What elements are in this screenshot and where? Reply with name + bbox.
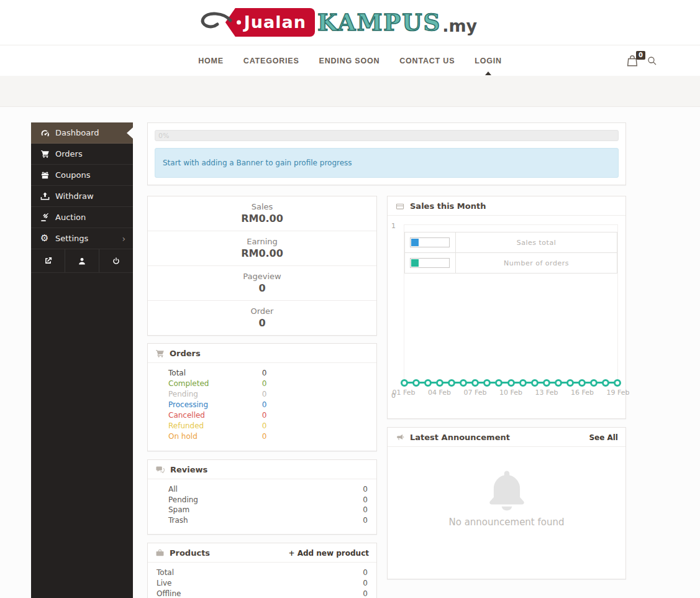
order-status-row: Processing 0 <box>168 400 369 410</box>
x-axis-label: 16 Feb <box>571 389 594 397</box>
order-status-link[interactable]: Cancelled <box>168 410 260 421</box>
chart-data-point <box>483 379 491 387</box>
product-status-link[interactable]: Live <box>157 579 172 587</box>
order-status-count: 0 <box>262 411 267 420</box>
chart-data-point <box>471 379 479 387</box>
power-icon <box>112 257 120 265</box>
review-status-row: Pending 0 <box>168 495 368 505</box>
order-status-link[interactable]: On hold <box>168 431 260 442</box>
site-header: Jualan KAMPUS .my <box>0 0 700 45</box>
review-status-count: 0 <box>363 484 368 495</box>
sidebar-item-label: Auction <box>55 213 86 222</box>
chart-data-point <box>448 379 455 387</box>
nav-item-contact-us[interactable]: CONTACT US <box>399 57 455 65</box>
widget-title: Latest Announcement <box>410 433 510 442</box>
chart-data-point <box>578 379 586 387</box>
order-status-link[interactable]: Processing <box>168 400 260 410</box>
chart-data-point <box>531 379 539 387</box>
chart-data-point <box>507 379 515 387</box>
cart-button[interactable]: 0 <box>625 54 639 68</box>
order-status-count: 0 <box>262 379 267 388</box>
stat-row: Pageview 0 <box>148 266 376 301</box>
logo-jualan-tag: Jualan <box>225 8 315 37</box>
widget-title: Orders <box>170 349 201 358</box>
chevron-right-icon: › <box>122 234 125 243</box>
order-status-link[interactable]: Pending <box>168 389 260 400</box>
orders-widget: Orders Total 0 Completed 0 Pending <box>147 343 377 451</box>
chart-x-ticks: 01 Feb04 Feb07 Feb10 Feb13 Feb16 Feb19 F… <box>404 389 618 397</box>
add-new-product-button[interactable]: + Add new product <box>288 549 369 558</box>
chart-data-point <box>555 379 562 387</box>
search-button[interactable] <box>647 55 658 67</box>
nav-item-login[interactable]: LOGIN <box>475 57 502 65</box>
review-status-link[interactable]: All <box>168 485 178 494</box>
chart-data-point <box>412 379 420 387</box>
visit-store-button[interactable] <box>31 249 65 272</box>
progress-percent-label: 0% <box>158 132 169 140</box>
sidebar-item-label: Settings <box>55 234 88 243</box>
vendor-sidebar: Dashboard Orders Coupons Withdraw Auctio… <box>31 122 133 598</box>
stat-label: Sales <box>148 202 376 211</box>
review-status-link[interactable]: Trash <box>168 516 188 525</box>
chart-data-point <box>424 379 432 387</box>
review-status-count: 0 <box>363 515 368 526</box>
see-all-button[interactable]: See All <box>589 433 618 442</box>
chart-data-point <box>519 379 527 387</box>
logout-button[interactable] <box>99 249 133 272</box>
x-axis-label: 13 Feb <box>535 389 558 397</box>
product-status-link[interactable]: Total <box>157 568 174 577</box>
review-status-link[interactable]: Pending <box>168 495 198 504</box>
widget-title: Products <box>170 548 210 558</box>
nav-item-home[interactable]: HOME <box>198 57 224 65</box>
sidebar-item-label: Orders <box>55 149 83 159</box>
review-status-row: Spam 0 <box>168 505 368 515</box>
legend-label: Number of orders <box>456 253 617 274</box>
legend-swatch-box <box>410 237 450 247</box>
order-status-row: Completed 0 <box>168 379 369 389</box>
order-status-count: 0 <box>262 369 267 377</box>
cart-icon <box>40 149 55 159</box>
money-icon <box>395 202 405 211</box>
sidebar-item-settings[interactable]: ⚙ Settings › <box>31 228 133 249</box>
site-logo[interactable]: Jualan KAMPUS .my <box>198 8 477 37</box>
upload-icon <box>40 191 55 201</box>
order-status-count: 0 <box>262 390 267 398</box>
product-status-row: Live 0 <box>157 578 368 589</box>
order-status-count: 0 <box>262 421 267 430</box>
stat-label: Order <box>148 306 376 316</box>
user-icon <box>78 257 86 265</box>
stat-label: Pageview <box>148 272 376 281</box>
review-status-link[interactable]: Spam <box>168 505 189 514</box>
logo-tld-text: .my <box>442 16 477 35</box>
bullhorn-icon <box>395 433 405 442</box>
product-status-count: 0 <box>363 589 368 598</box>
order-status-link[interactable]: Refunded <box>168 421 260 431</box>
nav-item-categories[interactable]: CATEGORIES <box>243 57 299 65</box>
sidebar-footer <box>31 249 133 273</box>
order-status-link[interactable]: Total <box>168 368 260 379</box>
chart-data-point <box>602 379 609 387</box>
product-status-row: Offline 0 <box>157 589 368 598</box>
review-status-count: 0 <box>363 505 368 515</box>
product-status-row: Total 0 <box>157 568 368 578</box>
big-counter-widget: Sales RM0.00 Earning RM0.00 Pageview 0 O… <box>147 196 377 336</box>
sidebar-item-auction[interactable]: Auction <box>31 207 133 228</box>
sidebar-item-dashboard[interactable]: Dashboard <box>31 122 133 144</box>
sales-total-swatch <box>411 239 419 246</box>
stat-row: Order 0 <box>148 301 376 335</box>
products-widget: Products + Add new product Total 0 Live … <box>147 543 377 598</box>
stat-row: Sales RM0.00 <box>148 196 376 231</box>
page-title-band <box>0 76 700 107</box>
sidebar-item-withdraw[interactable]: Withdraw <box>31 186 133 207</box>
nav-item-ending-soon[interactable]: ENDING SOON <box>319 57 380 65</box>
order-status-link[interactable]: Completed <box>168 379 260 389</box>
stat-value: RM0.00 <box>148 247 376 259</box>
product-status-link[interactable]: Offline <box>157 589 181 598</box>
number-of-orders-swatch <box>411 259 419 267</box>
profile-button[interactable] <box>65 249 99 272</box>
sidebar-item-coupons[interactable]: Coupons <box>31 165 133 186</box>
chart-data-point <box>590 379 598 387</box>
external-link-icon <box>43 256 53 265</box>
announcement-empty-state: No announcement found <box>388 447 625 579</box>
sidebar-item-orders[interactable]: Orders <box>31 144 133 165</box>
